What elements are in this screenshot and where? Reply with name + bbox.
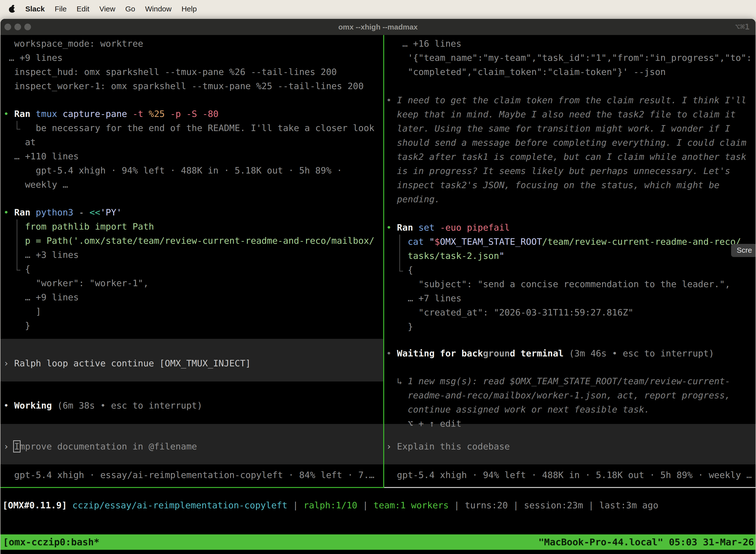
menu-bar-left: Slack FileEditViewGoWindowHelp xyxy=(0,5,197,13)
tmux-host-clock: "MacBook-Pro-44.local" 05:03 31-Mar-26 xyxy=(539,535,754,550)
pane-border-left xyxy=(0,487,384,488)
menu-window[interactable]: Window xyxy=(145,5,172,13)
terminal[interactable]: › Ralph loop active continue [OMX_TMUX_I… xyxy=(0,35,756,554)
window-title: omx --xhigh --madmax xyxy=(0,19,756,35)
terminal-line: ↳ 1 new msg(s): read $OMX_TEAM_STATE_ROO… xyxy=(384,374,756,388)
menu-bar: Slack FileEditViewGoWindowHelp xyxy=(0,0,756,18)
terminal-line: '{"team_name":"my-team","task_id":"1","f… xyxy=(384,51,756,65)
terminal-line: "completed","claim_token":"claim-token"}… xyxy=(384,65,756,79)
menu-edit[interactable]: Edit xyxy=(77,5,89,13)
terminal-line: be necessary for the end of the README. … xyxy=(0,121,383,135)
terminal-line: • Ran tmux capture-pane -t %25 -p -S -80 xyxy=(0,107,383,121)
title-bar[interactable]: omx --xhigh --madmax ⌥⌘1 xyxy=(0,19,756,35)
screen-tooltip: Scre xyxy=(731,244,756,257)
terminal-line: pending. xyxy=(384,192,756,206)
terminal-line: ] xyxy=(0,304,383,319)
terminal-line: ⌥ + ↑ edit xyxy=(384,417,756,431)
ralph-loop-notice[interactable]: › Ralph loop active continue [OMX_TMUX_I… xyxy=(0,339,383,382)
terminal-line: } xyxy=(384,320,756,334)
terminal-line: later. Using the same for transition mig… xyxy=(384,121,756,135)
menu-view[interactable]: View xyxy=(99,5,115,13)
terminal-line: { xyxy=(0,262,383,276)
terminal-line: } xyxy=(0,319,383,333)
terminal-line: … +3 lines xyxy=(0,248,383,262)
terminal-line: gpt-5.4 xhigh · 94% left · 488K in · 5.1… xyxy=(0,163,383,177)
prompt-text: › Improve documentation in @filename xyxy=(0,439,383,453)
menu-help[interactable]: Help xyxy=(182,5,197,13)
terminal-line: tasks/task-2.json" xyxy=(384,249,756,263)
tmux-session-name: [omx-cczip0:bash* xyxy=(3,535,100,550)
terminal-line: from pathlib import Path xyxy=(0,219,383,233)
screen: Slack FileEditViewGoWindowHelp omx --xhi… xyxy=(0,0,756,554)
terminal-line: … +110 lines xyxy=(0,149,383,163)
prompt-text: › Explain this codebase xyxy=(384,439,756,453)
terminal-line: inspect task2's JSON, focusing on the st… xyxy=(384,178,756,192)
omx-status-line: [OMX#0.11.9] cczip/essay/ai-reimplementa… xyxy=(2,498,756,512)
terminal-line: is in progress? It seems likely but perh… xyxy=(384,164,756,178)
menu-file[interactable]: File xyxy=(55,5,66,13)
terminal-line: inspect_worker-1: omx sparkshell --tmux-… xyxy=(0,79,383,93)
terminal-line: • Ran set -euo pipefail xyxy=(384,220,756,234)
terminal-line: • Working (6m 38s • esc to interrupt) xyxy=(0,398,383,412)
terminal-line: gpt-5.4 xhigh · essay/ai-reimplementatio… xyxy=(0,468,383,482)
terminal-line: p = Path('.omx/state/team/review-current… xyxy=(0,233,383,248)
terminal-line: at xyxy=(0,135,383,149)
terminal-line: cat "$OMX_TEAM_STATE_ROOT/team/review-cu… xyxy=(384,234,756,249)
terminal-line: { xyxy=(384,263,756,277)
terminal-line: workspace_mode: worktree xyxy=(0,37,383,51)
terminal-line: • Waiting for background terminal (3m 46… xyxy=(384,346,756,361)
tmux-pane-right[interactable]: › Explain this codebase … +16 lines '{"t… xyxy=(384,35,756,487)
terminal-line: … +7 lines xyxy=(384,291,756,305)
terminal-line: "worker": "worker-1", xyxy=(0,276,383,290)
terminal-line: inspect_hud: omx sparkshell --tmux-pane … xyxy=(0,65,383,79)
terminal-line: gpt-5.4 xhigh · 94% left · 488K in · 5.1… xyxy=(384,468,756,482)
prompt-text: › Ralph loop active continue [OMX_TMUX_I… xyxy=(0,356,383,370)
terminal-line: weekly … xyxy=(0,177,383,191)
terminal-line: … +16 lines xyxy=(384,37,756,51)
terminal-line: … +9 lines xyxy=(0,290,383,304)
terminal-line: "created_at": "2026-03-31T11:59:27.816Z" xyxy=(384,305,756,320)
terminal-line: … +9 lines xyxy=(0,51,383,65)
tmux-status-bar: [omx-cczip0:bash* "MacBook-Pro-44.local"… xyxy=(0,535,756,550)
tmux-pane-left[interactable]: › Ralph loop active continue [OMX_TMUX_I… xyxy=(0,35,383,487)
apple-menu-icon[interactable] xyxy=(9,5,15,13)
app-menus: FileEditViewGoWindowHelp xyxy=(55,5,197,13)
terminal-line: • I need to get the claim token from the… xyxy=(384,93,756,107)
terminal-line: continue assigned work or next feasible … xyxy=(384,402,756,417)
app-menu-slack[interactable]: Slack xyxy=(25,5,45,13)
terminal-line: task2 after task1 is complete, but can I… xyxy=(384,150,756,164)
terminal-line: keep that in mind. Maybe I also need the… xyxy=(384,107,756,121)
prompt-input-left[interactable]: › Improve documentation in @filename xyxy=(0,424,383,464)
pane-border-right xyxy=(384,487,756,488)
terminal-line: readme-and-reco/mailbox/worker-1.json, a… xyxy=(384,388,756,402)
terminal-line: • Ran python3 - <<'PY' xyxy=(0,205,383,219)
window-shortcut-hint: ⌥⌘1 xyxy=(735,19,750,35)
terminal-line: "subject": "send a concise recommendatio… xyxy=(384,277,756,291)
terminal-line: should send a message before completing … xyxy=(384,135,756,150)
menu-go[interactable]: Go xyxy=(125,5,135,13)
terminal-window: omx --xhigh --madmax ⌥⌘1 › Ralph loop ac… xyxy=(0,19,756,554)
